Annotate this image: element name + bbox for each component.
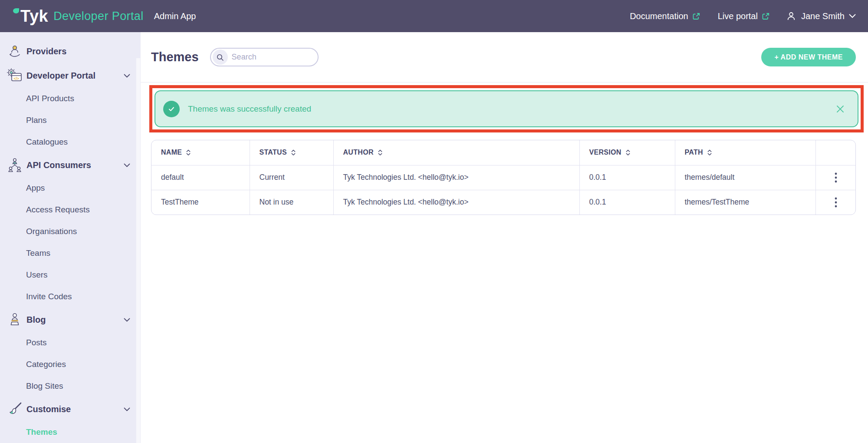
sidebar-item-apps[interactable]: Apps [0, 177, 141, 199]
main-content: Themes + ADD NEW THEME [141, 32, 868, 443]
sidebar-item-api-products[interactable]: API Products [0, 88, 141, 109]
search-input[interactable] [232, 53, 312, 62]
sidebar-item-themes[interactable]: Themes [0, 421, 141, 443]
sidebar-item-blog[interactable]: Blog [0, 307, 141, 332]
sort-icon [378, 149, 383, 156]
sidebar-item-invite-codes[interactable]: Invite Codes [0, 286, 141, 307]
tyk-logo-text: Tyk [13, 8, 48, 24]
check-icon [163, 101, 180, 117]
sidebar-item-providers[interactable]: Providers [0, 39, 141, 63]
chevron-down-icon [124, 163, 130, 167]
api-consumers-icon [6, 157, 23, 173]
user-name: Jane Smith [801, 11, 845, 21]
chevron-down-icon [124, 407, 130, 411]
kebab-icon [835, 172, 837, 183]
column-header-label: PATH [685, 149, 703, 156]
sort-icon [625, 149, 631, 156]
user-icon [786, 10, 797, 22]
annotation-highlight: Themes was successfully created [149, 85, 864, 132]
cell-version: 0.0.1 [579, 190, 675, 215]
live-portal-link[interactable]: Live portal [718, 11, 770, 21]
sidebar-item-api-consumers[interactable]: API Consumers [0, 153, 141, 177]
cell-author: Tyk Technologies Ltd. <hello@tyk.io> [333, 190, 579, 215]
sidebar-item-categories[interactable]: Categories [0, 354, 141, 375]
close-icon[interactable] [834, 103, 846, 115]
chevron-down-icon [849, 14, 856, 18]
header-right: Documentation Live portal [630, 10, 856, 22]
row-actions-button[interactable] [829, 169, 843, 186]
table-row: defaultCurrentTyk Technologies Ltd. <hel… [151, 165, 856, 190]
sidebar-item-label: Invite Codes [26, 292, 72, 301]
chevron-down-icon [124, 318, 130, 322]
cell-name: TestTheme [151, 190, 250, 215]
column-header-name[interactable]: NAME [151, 140, 250, 165]
sidebar-item-label: Developer Portal [26, 71, 95, 81]
live-portal-link-label: Live portal [718, 11, 758, 21]
search-box [210, 48, 319, 66]
sort-icon [291, 149, 296, 156]
sidebar-item-label: Organisations [26, 227, 77, 236]
column-header-version[interactable]: VERSION [579, 140, 675, 165]
column-header-label: AUTHOR [343, 149, 374, 156]
row-actions-button[interactable] [829, 194, 843, 211]
sidebar-item-organisations[interactable]: Organisations [0, 221, 141, 242]
cell-status: Current [250, 165, 333, 190]
themes-table: NAME STATUS AUTHOR VERSION PATH defaultC… [151, 140, 856, 215]
cell-version: 0.0.1 [579, 165, 675, 190]
cell-author: Tyk Technologies Ltd. <hello@tyk.io> [333, 165, 579, 190]
add-new-theme-button[interactable]: + ADD NEW THEME [761, 48, 856, 66]
user-menu[interactable]: Jane Smith [786, 10, 856, 22]
cell-actions [815, 190, 856, 215]
kebab-icon [835, 197, 837, 208]
providers-icon [6, 43, 23, 60]
sidebar-item-label: Blog [26, 315, 46, 325]
app-label: Admin App [154, 11, 196, 21]
external-link-icon [762, 12, 770, 20]
column-header-label: NAME [161, 149, 182, 156]
app-window: Tyk Developer Portal Admin App Documenta… [0, 0, 868, 443]
sidebar-nav: Providers </>Developer Portal API Produc… [0, 32, 141, 443]
notification-message: Themes was successfully created [188, 104, 311, 114]
sort-icon [186, 149, 191, 156]
sidebar-item-label: Apps [26, 183, 45, 193]
search-icon [213, 50, 228, 65]
sidebar-item-label: Access Requests [26, 205, 90, 215]
cell-status: Not in use [250, 190, 333, 215]
page-title: Themes [151, 50, 199, 64]
top-header: Tyk Developer Portal Admin App Documenta… [0, 0, 868, 32]
documentation-link-label: Documentation [630, 11, 688, 21]
sidebar-item-users[interactable]: Users [0, 264, 141, 286]
sidebar-item-developer-portal[interactable]: </>Developer Portal [0, 63, 141, 88]
column-header-path[interactable]: PATH [675, 140, 815, 165]
sidebar-item-label: Themes [26, 427, 57, 437]
content-area: Themes was successfully created [141, 83, 868, 215]
sidebar-item-label: Providers [26, 46, 66, 56]
cell-path: themes/TestTheme [675, 190, 815, 215]
column-header-author[interactable]: AUTHOR [333, 140, 579, 165]
column-header-actions [815, 140, 856, 165]
sidebar-item-label: Posts [26, 338, 47, 347]
external-link-icon [692, 12, 700, 20]
cell-name: default [151, 165, 250, 190]
sidebar-item-catalogues[interactable]: Catalogues [0, 131, 141, 153]
success-notification: Themes was successfully created [155, 90, 858, 127]
sort-icon [707, 149, 712, 156]
column-header-status[interactable]: STATUS [250, 140, 333, 165]
cell-path: themes/default [675, 165, 815, 190]
sidebar-item-label: Plans [26, 116, 47, 125]
sidebar-item-label: Teams [26, 248, 50, 258]
documentation-link[interactable]: Documentation [630, 11, 700, 21]
sidebar-item-label: Customise [26, 404, 71, 414]
product-name: Developer Portal [53, 10, 144, 23]
tyk-logo[interactable]: Tyk Developer Portal [13, 8, 144, 24]
sidebar-item-label: Categories [26, 360, 66, 369]
sidebar-item-label: Catalogues [26, 137, 68, 147]
column-header-label: VERSION [589, 149, 621, 156]
sidebar-item-blog-sites[interactable]: Blog Sites [0, 375, 141, 397]
sidebar-item-teams[interactable]: Teams [0, 242, 141, 264]
sidebar-item-posts[interactable]: Posts [0, 332, 141, 354]
sidebar-item-access-requests[interactable]: Access Requests [0, 199, 141, 221]
sidebar-item-label: Blog Sites [26, 381, 63, 391]
sidebar-item-customise[interactable]: Customise [0, 397, 141, 421]
sidebar-item-plans[interactable]: Plans [0, 109, 141, 131]
